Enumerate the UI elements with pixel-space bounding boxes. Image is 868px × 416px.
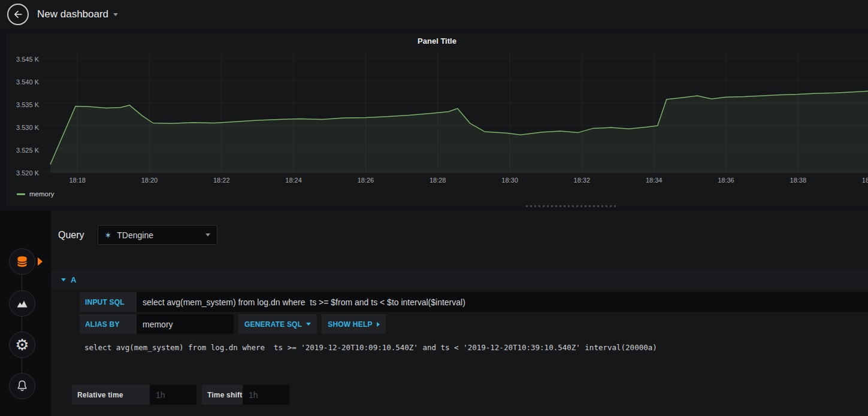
generated-sql-text: select avg(mem_system) from log.dn where… xyxy=(80,343,868,352)
input-sql-label: INPUT SQL xyxy=(80,292,137,312)
y-tick-label: 3.535 K xyxy=(16,101,39,108)
y-tick-label: 3.520 K xyxy=(16,169,39,177)
x-tick-label: 18:34 xyxy=(646,177,663,184)
x-tick-label: 18:18 xyxy=(69,177,86,184)
show-help-button[interactable]: SHOW HELP xyxy=(322,314,385,334)
relative-time-field[interactable] xyxy=(150,385,196,405)
datasource-picker[interactable]: ✶ TDengine xyxy=(98,225,217,245)
editor-tab-strip: ⚙ xyxy=(0,211,51,416)
datasource-name: TDengine xyxy=(117,230,199,240)
back-button[interactable] xyxy=(7,4,29,25)
datasource-row: Query ✶ TDengine xyxy=(58,225,217,245)
tdengine-logo-icon: ✶ xyxy=(105,230,112,240)
tab-general[interactable]: ⚙ xyxy=(9,332,35,358)
x-tick-label: 18:40 xyxy=(862,177,868,184)
alias-row: ALIAS BY GENERATE SQL SHOW HELP xyxy=(80,314,868,334)
x-axis: 18:1818:2018:2218:2418:2618:2818:3018:32… xyxy=(43,173,868,186)
tab-queries[interactable] xyxy=(9,248,35,275)
y-tick-label: 3.545 K xyxy=(16,56,39,63)
tab-visualization[interactable] xyxy=(9,290,35,317)
x-tick-label: 18:36 xyxy=(718,177,734,184)
gear-icon: ⚙ xyxy=(15,337,29,353)
plot-area[interactable] xyxy=(43,52,868,173)
legend-series-swatch[interactable] xyxy=(17,193,25,195)
y-tick-label: 3.540 K xyxy=(16,78,39,86)
generate-sql-button[interactable]: GENERATE SQL xyxy=(238,314,317,334)
time-options-row: Relative time Time shift xyxy=(72,385,289,405)
active-tab-arrow-icon xyxy=(38,257,43,266)
relative-time-label: Relative time xyxy=(72,385,150,405)
collapse-chevron-icon xyxy=(61,278,66,281)
x-tick-label: 18:24 xyxy=(285,177,302,184)
legend: memory xyxy=(6,190,868,198)
dashboard-header: New dashboard xyxy=(0,0,868,29)
panel-resize-handle[interactable] xyxy=(526,205,616,207)
chevron-down-icon xyxy=(113,13,118,16)
chart-svg xyxy=(43,52,868,173)
grafana-panel-edit-screen: New dashboard Panel Title 3.545 K3.540 K… xyxy=(0,0,868,416)
x-tick-label: 18:30 xyxy=(501,177,518,184)
query-form: INPUT SQL ALIAS BY GENERATE SQL SHOW HEL… xyxy=(80,292,868,352)
bell-icon xyxy=(15,379,29,393)
query-editor: Query ✶ TDengine A INPUT SQL ALIAS BY xyxy=(51,211,868,416)
show-help-button-label: SHOW HELP xyxy=(328,320,372,329)
database-icon xyxy=(15,254,29,269)
chevron-right-icon xyxy=(377,322,380,327)
x-tick-label: 18:22 xyxy=(213,177,230,184)
graph-panel: Panel Title 3.545 K3.540 K3.535 K3.530 K… xyxy=(6,33,868,207)
y-axis: 3.545 K3.540 K3.535 K3.530 K3.525 K3.520… xyxy=(6,52,43,186)
chart-icon xyxy=(15,296,29,311)
x-tick-label: 18:38 xyxy=(790,177,807,184)
panel-title[interactable]: Panel Title xyxy=(6,33,868,50)
input-sql-row: INPUT SQL xyxy=(80,292,868,312)
tab-connector-line xyxy=(22,262,22,386)
x-tick-label: 18:28 xyxy=(430,177,446,184)
plot-column: 18:1818:2018:2218:2418:2618:2818:3018:32… xyxy=(43,52,868,186)
chevron-down-icon xyxy=(205,233,210,236)
alias-by-label: ALIAS BY xyxy=(80,314,137,334)
query-row-header[interactable]: A xyxy=(51,271,868,289)
series-area xyxy=(50,91,868,173)
x-tick-label: 18:20 xyxy=(141,177,158,184)
x-tick-label: 18:26 xyxy=(358,177,374,184)
arrow-left-icon xyxy=(13,9,23,20)
legend-series-label[interactable]: memory xyxy=(29,190,55,198)
y-tick-label: 3.530 K xyxy=(16,124,39,131)
dashboard-title-dropdown[interactable]: New dashboard xyxy=(37,8,118,20)
time-series-chart: 3.545 K3.540 K3.535 K3.530 K3.525 K3.520… xyxy=(6,52,868,186)
generate-sql-button-label: GENERATE SQL xyxy=(244,320,302,329)
y-tick-label: 3.525 K xyxy=(16,147,39,154)
query-section-title: Query xyxy=(58,230,84,241)
alias-by-field[interactable] xyxy=(137,314,234,334)
time-shift-field[interactable] xyxy=(243,385,289,405)
query-row-letter: A xyxy=(71,275,76,284)
input-sql-field[interactable] xyxy=(137,292,868,312)
tab-alert[interactable] xyxy=(9,373,35,399)
time-shift-label: Time shift xyxy=(202,385,243,405)
x-tick-label: 18:32 xyxy=(574,177,591,184)
panel-editor: ⚙ Query ✶ TDengine A xyxy=(0,211,868,416)
dashboard-title: New dashboard xyxy=(37,8,108,20)
chevron-down-icon xyxy=(306,323,311,326)
